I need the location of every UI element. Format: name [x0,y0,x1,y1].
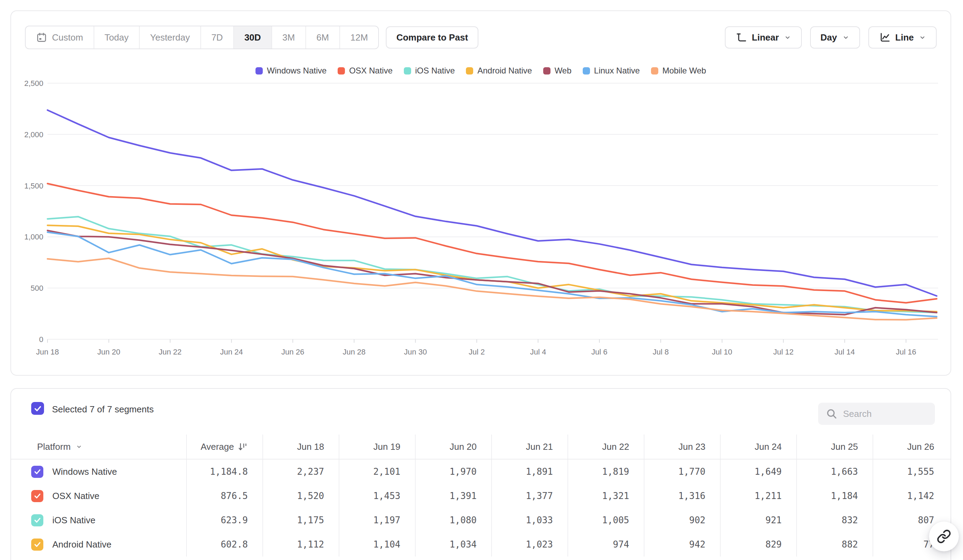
range-today[interactable]: Today [94,26,139,49]
search-icon [826,408,838,420]
range-3m[interactable]: 3M [271,26,305,49]
day-value: 1,112 [263,532,339,557]
day-value: 1,377 [491,484,567,508]
search-input[interactable] [842,408,931,420]
segments-header: Selected 7 of 7 segments [11,389,950,435]
share-link-button[interactable] [929,521,959,551]
day-value: 1,211 [720,484,796,508]
row-checkbox[interactable] [31,490,43,502]
day-value: 832 [796,508,872,532]
day-value: 1,891 [491,460,567,484]
check-icon [33,404,42,413]
column-header-date[interactable]: Jun 24 [720,435,796,459]
y-axis-label: 2,000 [24,130,43,139]
interval-label: Day [820,32,837,43]
range-custom[interactable]: Custom [26,26,94,49]
table-row: iOS Native623.91,1751,1971,0801,0331,005… [11,508,950,532]
x-axis-label: Jul 14 [834,348,855,356]
row-checkbox[interactable] [31,539,43,551]
row-checkbox[interactable] [31,514,43,526]
column-header-date[interactable]: Jun 20 [415,435,491,459]
range-label: 3M [282,32,295,43]
x-axis-label: Jun 20 [97,348,120,356]
column-header-average[interactable]: Average [186,435,263,459]
check-icon [33,492,42,500]
x-axis-label: Jul 4 [530,348,546,356]
day-value: 1,520 [263,484,339,508]
chart-card: Custom Today Yesterday 7D 30D 3M 6M 12M … [10,10,951,375]
scale-label: Linear [752,32,779,43]
table-row: Android Native602.81,1121,1041,0341,0239… [11,532,950,557]
platform-name: OSX Native [52,491,99,502]
day-value: 1,663 [796,460,872,484]
range-label: Yesterday [150,32,190,43]
column-header-date[interactable]: Jun 22 [567,435,644,459]
range-30d[interactable]: 30D [233,26,271,49]
x-axis-label: Jul 16 [896,348,916,356]
select-all-checkbox[interactable] [31,402,44,415]
chevron-down-icon [842,34,850,41]
column-header-date[interactable]: Jun 25 [796,435,872,459]
chevron-down-icon [76,443,83,450]
x-axis-label: Jul 6 [592,348,607,356]
range-label: 30D [245,32,261,43]
range-label: 12M [350,32,368,43]
day-value: 1,197 [339,508,415,532]
day-value: 1,142 [872,484,949,508]
column-header-date[interactable]: Jun 21 [491,435,567,459]
row-checkbox[interactable] [31,466,43,478]
day-value: 882 [796,532,872,557]
column-header-date[interactable]: Jun 26 [872,435,949,459]
y-axis-label: 1,500 [24,181,43,190]
day-value: 1,321 [567,484,644,508]
segments-table-body: Windows Native1,184.82,2372,1011,9701,89… [11,460,950,557]
scale-dropdown[interactable]: Linear [725,26,802,49]
check-icon [33,540,42,549]
platform-name: Windows Native [52,466,117,477]
series-line [47,217,937,312]
day-value: 1,819 [567,460,644,484]
day-value: 902 [644,508,720,532]
day-value: 829 [720,532,796,557]
day-value: 1,970 [415,460,491,484]
selected-summary: Selected 7 of 7 segments [52,404,154,415]
analytics-dashboard: Custom Today Yesterday 7D 30D 3M 6M 12M … [0,0,963,560]
day-value: 1,770 [644,460,720,484]
x-axis-label: Jun 26 [282,348,304,356]
y-axis-label: 500 [31,284,43,293]
column-header-date[interactable]: Jun 23 [644,435,720,459]
chevron-down-icon [919,34,926,41]
platform-name: iOS Native [52,515,95,526]
segments-card: Selected 7 of 7 segments Platform [10,388,951,560]
day-value: 2,101 [339,460,415,484]
range-6m[interactable]: 6M [305,26,339,49]
range-12m[interactable]: 12M [339,26,379,49]
y-axis-label: 1,000 [24,233,43,241]
column-header-platform[interactable]: Platform [11,435,186,459]
chevron-down-icon [784,34,791,41]
day-value: 2,237 [263,460,339,484]
x-axis-label: Jun 28 [342,348,365,356]
x-axis-label: Jul 2 [469,348,485,356]
x-axis-label: Jun 22 [159,348,182,356]
compare-to-past-button[interactable]: Compare to Past [386,26,478,49]
column-header-date[interactable]: Jun 19 [339,435,415,459]
search-box[interactable] [818,403,935,425]
day-value: 1,391 [415,484,491,508]
day-value: 1,316 [644,484,720,508]
range-7d[interactable]: 7D [200,26,233,49]
chart-type-dropdown[interactable]: Line [868,26,937,49]
day-value: 1,555 [872,460,949,484]
y-axis-label: 2,500 [24,79,43,88]
chart-type-label: Line [895,32,914,43]
link-icon [937,529,951,544]
range-label: Today [105,32,129,43]
table-header: Platform Average Jun 18 Jun 19 J [11,435,950,460]
day-value: 921 [720,508,796,532]
interval-dropdown[interactable]: Day [810,26,860,49]
range-yesterday[interactable]: Yesterday [139,26,200,49]
column-header-date[interactable]: Jun 18 [263,435,339,459]
series-line [47,184,937,303]
compare-label: Compare to Past [396,32,468,43]
line-chart[interactable]: 05001,0001,5002,0002,500Jun 18Jun 20Jun … [11,70,950,368]
